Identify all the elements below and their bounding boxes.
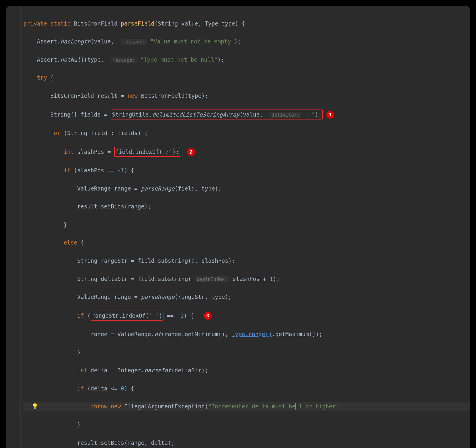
arg: field xyxy=(178,185,195,192)
code-line[interactable]: } xyxy=(23,220,470,229)
code-line[interactable]: ValueRange range = parseRange(rangeStr, … xyxy=(23,292,470,302)
arg: deltaStr xyxy=(175,367,202,373)
keyword-try: try xyxy=(37,74,47,81)
keyword-int: int xyxy=(77,367,87,373)
code-line-highlighted[interactable]: 💡 throw new IllegalArgumentException("In… xyxy=(23,402,470,411)
code-line[interactable]: BitsCronField result = new BitsCronField… xyxy=(23,91,470,100)
keyword-else: else xyxy=(64,239,77,246)
var: rangeStr xyxy=(101,257,128,264)
keyword-new: new xyxy=(111,403,121,410)
arg: type xyxy=(212,294,225,300)
method-call: setBits xyxy=(101,203,124,210)
code-line[interactable]: range = ValueRange.of(range.getMinimum()… xyxy=(23,330,470,339)
method-call: getMaximum xyxy=(275,331,309,337)
arg: type xyxy=(188,92,202,99)
intention-bulb-icon[interactable]: 💡 xyxy=(32,402,38,410)
code-line[interactable]: for (String field : fields) { xyxy=(23,129,470,138)
code-line[interactable]: } xyxy=(23,348,470,357)
annotation-badge-1: 1 xyxy=(326,111,334,119)
arg: type xyxy=(201,185,215,192)
var: range xyxy=(114,185,131,192)
highlight-box-1: StringUtils.delimitedListToStringArray(v… xyxy=(111,110,323,120)
type: ValueRange xyxy=(77,185,111,192)
keyword-new: new xyxy=(128,92,138,99)
exception-type: IllegalArgumentException xyxy=(124,403,205,410)
param-hint: beginIndex: xyxy=(195,276,229,282)
method-call: getMinimum xyxy=(185,331,218,337)
string-literal: "Value must not be empty" xyxy=(150,38,234,45)
param-hint: message: xyxy=(111,57,137,63)
class-ref: Integer xyxy=(117,367,141,373)
var: range xyxy=(91,331,107,337)
code-editor[interactable]: private static BitsCronField parseField(… xyxy=(6,6,470,448)
method-call: notNull xyxy=(60,56,84,63)
code-line[interactable]: Assert.hasLength(value, message: "Value … xyxy=(23,37,470,46)
string-literal: 1 or higher" xyxy=(296,403,339,410)
keyword-if: if xyxy=(64,167,70,174)
obj: field xyxy=(138,276,154,282)
highlight-box-2: field.indexOf('/'); xyxy=(114,147,180,157)
code-line[interactable]: String[] fields = StringUtils.delimitedL… xyxy=(23,110,470,120)
code-line[interactable]: if (slashPos == -1) { xyxy=(23,166,470,175)
type: String[] xyxy=(50,111,77,118)
var: field xyxy=(91,130,107,136)
keyword-throw: throw xyxy=(91,403,107,410)
code-area[interactable]: private static BitsCronField parseField(… xyxy=(6,10,470,448)
method-call: parseRange xyxy=(141,185,174,192)
keyword-for: for xyxy=(50,130,60,136)
var: fields xyxy=(80,111,101,118)
method-name: parseField xyxy=(121,20,154,27)
obj: range xyxy=(165,331,181,337)
code-line[interactable]: result.setBits(range, delta); xyxy=(23,438,470,447)
param-name: type xyxy=(222,20,235,27)
code-line[interactable]: private static BitsCronField parseField(… xyxy=(23,19,470,28)
code-line[interactable]: if (delta <= 0) { xyxy=(23,384,470,393)
code-line[interactable]: String deltaStr = field.substring( begin… xyxy=(23,274,470,284)
code-line[interactable]: if (rangeStr.indexOf('-') == -1) { 3 xyxy=(23,311,470,321)
code-line[interactable]: ValueRange range = parseRange(field, typ… xyxy=(23,184,470,193)
type: BitsCronField xyxy=(50,92,94,99)
keyword-int: int xyxy=(64,149,74,155)
param-hint: delimiter: xyxy=(270,112,301,118)
arg: type xyxy=(87,56,101,63)
number-literal: -1 xyxy=(177,312,184,319)
string-literal: "Type must not be null" xyxy=(140,56,217,63)
code-line[interactable]: int slashPos = field.indexOf('/'); 2 xyxy=(23,147,470,157)
arg: value xyxy=(94,38,111,45)
obj: field xyxy=(115,149,132,155)
arg: range xyxy=(128,439,144,446)
code-line[interactable]: try { xyxy=(23,73,470,82)
char-literal: '-' xyxy=(149,312,159,319)
method-call: parseRange xyxy=(141,294,174,300)
method-call: indexOf xyxy=(136,149,159,155)
annotation-badge-3: 3 xyxy=(204,312,212,320)
param-type: Type xyxy=(205,20,218,27)
code-line[interactable]: String rangeStr = field.substring(0, sla… xyxy=(23,256,470,265)
type: String xyxy=(77,276,97,282)
code-line[interactable]: Assert.notNull(type, message: "Type must… xyxy=(23,55,470,64)
method-call: hasLength xyxy=(60,38,91,45)
keyword-if: if xyxy=(77,385,84,392)
var: deltaStr xyxy=(101,276,128,282)
method-call: parseInt xyxy=(144,367,171,373)
type: String xyxy=(77,257,97,264)
code-line[interactable]: int delta = Integer.parseInt(deltaStr); xyxy=(23,366,470,375)
linked-call[interactable]: type.range() xyxy=(232,331,272,337)
type: ValueRange xyxy=(77,294,111,300)
code-line[interactable]: } xyxy=(23,420,470,429)
class-ref: StringUtils xyxy=(112,111,149,118)
ctor: BitsCronField xyxy=(141,92,185,99)
type: String xyxy=(67,130,87,136)
number-literal: 1 xyxy=(270,276,273,282)
param-name: value xyxy=(181,20,198,27)
arg: delta xyxy=(151,439,168,446)
var: result xyxy=(97,92,118,99)
annotation-badge-2: 2 xyxy=(187,148,195,156)
keyword-static: static xyxy=(50,20,71,27)
var: delta xyxy=(91,367,107,373)
code-line[interactable]: else { xyxy=(23,238,470,247)
number-literal: 0 xyxy=(191,257,195,264)
code-line[interactable]: result.setBits(range); xyxy=(23,202,470,211)
string-literal: "," xyxy=(305,111,315,118)
var: slashPos xyxy=(77,167,104,174)
